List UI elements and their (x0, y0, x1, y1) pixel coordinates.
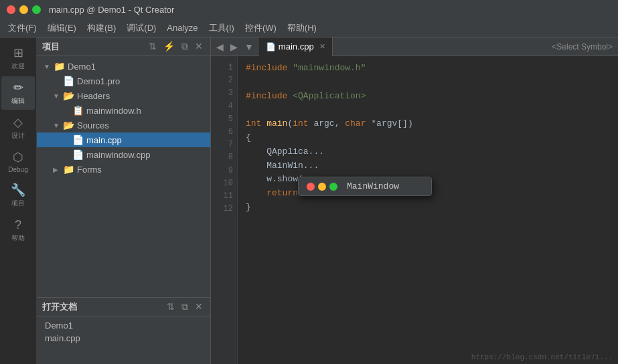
line-num-4: 4 (211, 100, 233, 113)
popup-close-button[interactable] (307, 183, 315, 191)
panel-close-icon[interactable]: ✕ (193, 40, 205, 53)
sidebar-item-debug[interactable]: ⬡ Debug (1, 146, 35, 177)
line-num-12: 12 (211, 203, 233, 215)
tree-label-forms: Forms (77, 165, 102, 175)
watermark: https://blog.csdn.net/title71... (471, 353, 613, 361)
tree-item-sources[interactable]: ▼ 📂 Sources (37, 118, 210, 132)
folder-icon-sources: 📂 (62, 119, 74, 131)
open-doc-demo1[interactable]: Demo1 (37, 319, 210, 332)
maximize-button[interactable] (32, 5, 41, 14)
menu-controls[interactable]: 控件(W) (240, 21, 282, 35)
tab-close-icon[interactable]: ✕ (319, 42, 325, 51)
popup-window[interactable]: MainWindow (298, 177, 432, 196)
tree-item-demo1pro[interactable]: 📄 Demo1.pro (37, 74, 210, 88)
sidebar-item-help[interactable]: ? 帮助 (1, 213, 35, 247)
tab-nav-left[interactable]: ◀ (214, 40, 226, 54)
tree-item-mainwindowcpp[interactable]: 📄 mainwindow.cpp (37, 147, 210, 162)
panel-split-icon[interactable]: ⧉ (179, 40, 190, 53)
tree-label-sources: Sources (77, 120, 109, 130)
code-line-7: QApplica... (246, 145, 610, 159)
code-content[interactable]: #include "mainwindow.h" #include <QAppli… (238, 56, 618, 364)
design-icon: ◇ (11, 115, 25, 130)
tree-label-demo1pro: Demo1.pro (77, 76, 120, 86)
menu-edit[interactable]: 编辑(E) (42, 21, 82, 35)
line-numbers: 1 2 3 4 5 6 7 8 9 10 11 12 (211, 56, 238, 364)
tab-nav-right[interactable]: ▶ (228, 40, 240, 54)
line-num-1: 1 (211, 62, 233, 74)
line-num-3: 3 (211, 87, 233, 100)
code-line-1: #include "mainwindow.h" (246, 62, 610, 76)
arrow-headers: ▼ (53, 92, 62, 100)
menu-help[interactable]: 帮助(H) (282, 21, 322, 35)
sidebar-item-design[interactable]: ◇ 设计 (1, 111, 35, 145)
editor-tab-maincpp[interactable]: 📄 main.cpp ✕ (259, 37, 333, 56)
menu-build[interactable]: 构建(B) (82, 21, 121, 35)
window-title: main.cpp @ Demo1 - Qt Creator (49, 5, 174, 15)
tree-label-demo1: Demo1 (68, 62, 96, 72)
popup-maximize-button[interactable] (329, 183, 337, 191)
line-num-7: 7 (211, 139, 233, 151)
line-num-11: 11 (211, 190, 233, 203)
panel-filter-icon[interactable]: ⚡ (161, 40, 177, 53)
file-tree: ▼ 📁 Demo1 📄 Demo1.pro ▼ 📂 Headers 📋 main… (37, 56, 210, 297)
line-num-6: 6 (211, 126, 233, 139)
menu-bar: 文件(F) 编辑(E) 构建(B) 调试(D) Analyze 工具(I) 控件… (0, 19, 618, 37)
menu-file[interactable]: 文件(F) (3, 21, 42, 35)
tab-label: main.cpp (279, 41, 314, 52)
title-bar: main.cpp @ Demo1 - Qt Creator (0, 0, 618, 19)
sidebar-label-debug: Debug (8, 166, 27, 173)
sidebar-label-help: 帮助 (11, 234, 25, 243)
project-panel-title: 项目 (42, 41, 60, 53)
folder-icon-forms: 📁 (62, 163, 74, 175)
line-num-5: 5 (211, 113, 233, 126)
open-docs-split-icon[interactable]: ⧉ (179, 300, 190, 313)
code-line-6: { (246, 131, 610, 145)
panel-sync-icon[interactable]: ⇅ (147, 40, 159, 53)
code-line-3: #include <QApplication> (246, 90, 610, 104)
folder-icon-headers: 📂 (62, 90, 74, 102)
symbol-selector[interactable]: <Select Symbol> (546, 41, 618, 53)
tab-file-icon: 📄 (266, 42, 276, 52)
tree-item-demo1[interactable]: ▼ 📁 Demo1 (37, 59, 210, 74)
code-editor[interactable]: 1 2 3 4 5 6 7 8 9 10 11 12 #include "mai… (211, 56, 618, 364)
folder-icon-demo1: 📁 (53, 60, 65, 72)
open-docs-header: 打开文档 ⇅ ⧉ ✕ (37, 298, 210, 316)
code-line-4 (246, 103, 610, 117)
tree-label-mainwindowcpp: mainwindow.cpp (86, 150, 150, 160)
code-line-12 (246, 215, 610, 229)
sidebar-item-welcome[interactable]: ⊞ 欢迎 (1, 41, 35, 75)
open-docs-close-icon[interactable]: ✕ (193, 300, 205, 313)
help-icon: ? (11, 217, 25, 232)
open-docs-sync-icon[interactable]: ⇅ (165, 300, 177, 313)
sidebar-label-design: 设计 (11, 131, 25, 141)
sidebar-label-welcome: 欢迎 (11, 62, 25, 71)
tree-item-mainwindowh[interactable]: 📋 mainwindow.h (37, 103, 210, 118)
tree-item-forms[interactable]: ▶ 📁 Forms (37, 162, 210, 177)
menu-debug[interactable]: 调试(D) (121, 21, 161, 35)
cpp-file-icon-mainwindow: 📄 (72, 149, 84, 161)
popup-traffic-lights (307, 183, 337, 191)
open-doc-maincpp[interactable]: main.cpp (37, 332, 210, 345)
menu-analyze[interactable]: Analyze (161, 21, 203, 34)
tree-label-mainwindowh: mainwindow.h (86, 106, 141, 116)
open-docs-header-icons: ⇅ ⧉ ✕ (165, 300, 205, 313)
popup-minimize-button[interactable] (318, 183, 326, 191)
tab-nav: ◀ ▶ ▼ (211, 40, 259, 54)
minimize-button[interactable] (19, 5, 28, 14)
tab-nav-menu[interactable]: ▼ (242, 40, 256, 54)
sidebar-item-edit[interactable]: ✏ 编辑 (1, 76, 35, 110)
sidebar-label-edit: 编辑 (11, 96, 25, 106)
tree-item-maincpp[interactable]: 📄 main.cpp (37, 132, 210, 147)
sidebar-item-project[interactable]: 🔧 项目 (1, 179, 35, 212)
close-button[interactable] (7, 5, 15, 14)
sidebar-icons: ⊞ 欢迎 ✏ 编辑 ◇ 设计 ⬡ Debug 🔧 项目 ? 帮助 (0, 37, 37, 364)
menu-tools[interactable]: 工具(I) (204, 21, 240, 35)
traffic-lights (7, 5, 41, 14)
tree-item-headers[interactable]: ▼ 📂 Headers (37, 88, 210, 103)
line-num-10: 10 (211, 177, 233, 190)
line-num-8: 8 (211, 151, 233, 164)
edit-icon: ✏ (11, 80, 25, 95)
panel-header-icons: ⇅ ⚡ ⧉ ✕ (147, 40, 205, 53)
tree-label-headers: Headers (77, 91, 110, 101)
project-panel-header: 项目 ⇅ ⚡ ⧉ ✕ (37, 37, 210, 56)
